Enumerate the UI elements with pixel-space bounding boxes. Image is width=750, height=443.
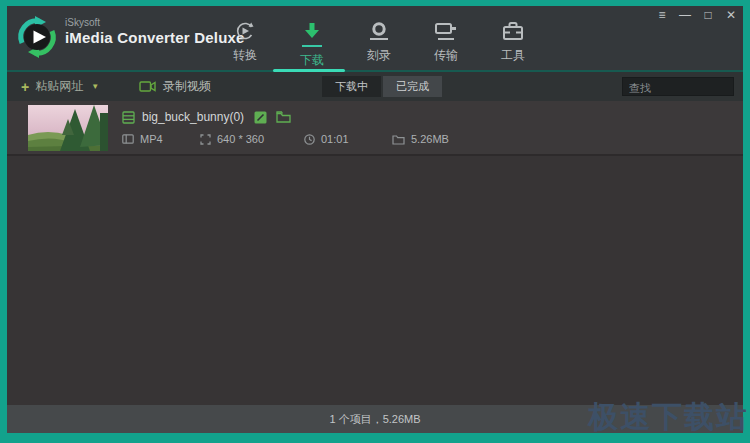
file-list: big_buck_bunny(0) — [7, 101, 743, 405]
title-bar: iSkysoft iMedia Converter Deluxe 转换 — [7, 6, 743, 70]
paste-url-label: 粘贴网址 — [35, 78, 83, 95]
search-input[interactable] — [623, 80, 733, 97]
search-box — [622, 77, 734, 96]
folder-icon — [276, 111, 291, 123]
nav-label: 刻录 — [367, 47, 391, 64]
menu-button[interactable]: ≡ — [656, 7, 668, 23]
nav-tab-download[interactable]: 下载 — [284, 19, 340, 69]
app-window: iSkysoft iMedia Converter Deluxe 转换 — [0, 0, 750, 443]
record-video-label: 录制视频 — [163, 78, 211, 95]
nav-label: 转换 — [233, 47, 257, 64]
nav-label: 工具 — [501, 47, 525, 64]
edit-icon — [254, 111, 267, 124]
open-folder-button[interactable] — [276, 111, 291, 123]
download-icon — [304, 19, 320, 42]
minimize-button[interactable]: — — [679, 7, 691, 23]
tab-downloading[interactable]: 下载中 — [322, 76, 381, 97]
record-video-button[interactable]: 录制视频 — [139, 78, 211, 95]
download-filter-tabs: 下载中 已完成 — [322, 76, 442, 97]
file-format: MP4 — [140, 133, 163, 145]
nav-tab-toolbox[interactable]: 工具 — [485, 19, 541, 69]
rename-button[interactable] — [254, 111, 267, 124]
nav-active-underline — [302, 45, 322, 47]
toolbox-icon — [502, 19, 524, 42]
nav-label: 传输 — [434, 47, 458, 64]
file-duration: 01:01 — [321, 133, 349, 145]
toolbar: + 粘贴网址 ▼ 录制视频 下载中 已完成 — [7, 72, 743, 101]
chevron-down-icon[interactable]: ▼ — [91, 82, 99, 91]
app-logo-icon — [15, 15, 59, 59]
film-icon — [122, 111, 135, 124]
transfer-icon — [434, 19, 458, 42]
burn-icon — [368, 19, 390, 42]
video-thumbnail — [28, 105, 108, 151]
tab-finished[interactable]: 已完成 — [383, 76, 442, 97]
nav-tab-burn[interactable]: 刻录 — [351, 19, 407, 69]
file-name: big_buck_bunny(0) — [142, 110, 244, 124]
status-summary: 1 个项目，5.26MB — [329, 412, 420, 427]
main-nav: 转换 下载 — [217, 19, 552, 69]
video-format-icon — [122, 134, 134, 144]
maximize-button[interactable]: □ — [702, 7, 714, 23]
nav-label: 下载 — [300, 52, 324, 69]
file-resolution: 640 * 360 — [217, 133, 264, 145]
nav-tab-convert[interactable]: 转换 — [217, 19, 273, 69]
close-button[interactable]: ✕ — [725, 7, 737, 23]
file-size: 5.26MB — [411, 133, 449, 145]
paste-url-button[interactable]: + 粘贴网址 ▼ — [21, 78, 99, 95]
size-folder-icon — [392, 134, 405, 145]
nav-tab-transfer[interactable]: 传输 — [418, 19, 474, 69]
plus-icon: + — [21, 79, 29, 95]
camera-icon — [139, 80, 156, 93]
clock-icon — [304, 134, 315, 145]
resolution-icon — [200, 134, 211, 145]
window-controls: ≡ — □ ✕ — [656, 7, 737, 23]
status-bar: 1 个项目，5.26MB — [7, 405, 743, 433]
table-row[interactable]: big_buck_bunny(0) — [7, 101, 743, 156]
convert-icon — [234, 19, 256, 42]
